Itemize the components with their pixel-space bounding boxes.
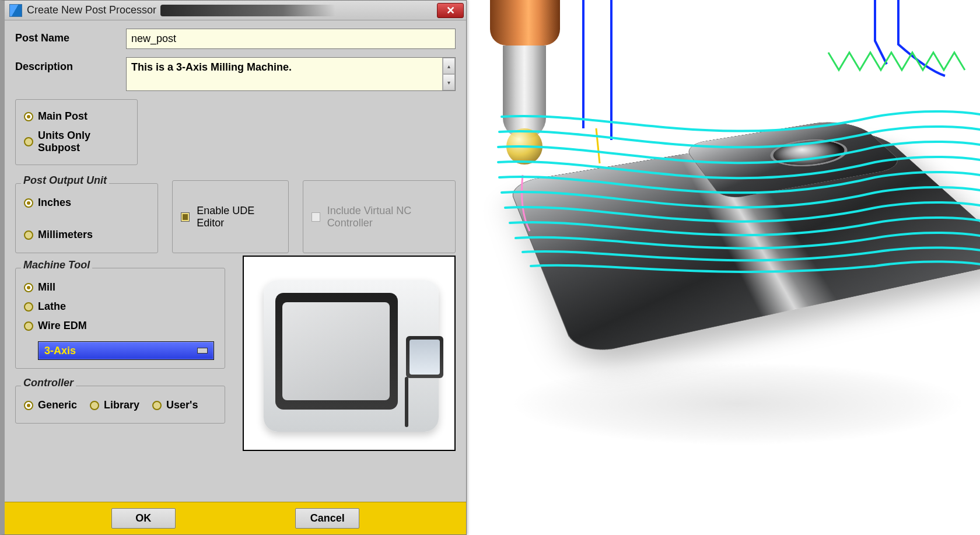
machine-tool-caption: Machine Tool xyxy=(21,259,92,271)
cancel-button[interactable]: Cancel xyxy=(295,508,359,529)
post-name-label: Post Name xyxy=(15,29,126,44)
window-title-text: Create New Post Processor xyxy=(27,4,156,16)
title-shadow xyxy=(160,5,335,16)
inches-radio[interactable]: Inches xyxy=(24,193,71,212)
controller-library-radio[interactable]: Library xyxy=(90,396,139,415)
description-label: Description xyxy=(15,57,126,73)
machine-tool-row: Machine Tool Mill Lathe Wire EDM xyxy=(15,253,456,451)
controller-generic-radio[interactable]: Generic xyxy=(24,396,77,415)
radio-icon xyxy=(24,230,33,240)
radio-icon xyxy=(152,401,162,410)
spinner-down-icon[interactable]: ▾ xyxy=(443,74,455,90)
millimeters-label: Millimeters xyxy=(38,229,93,241)
units-only-subpost-label: Units Only Subpost xyxy=(38,130,129,154)
lathe-label: Lathe xyxy=(38,300,66,313)
create-post-processor-dialog: Create New Post Processor ✕ Post Name De… xyxy=(0,0,467,535)
radio-icon xyxy=(90,401,99,410)
radio-icon xyxy=(24,137,33,146)
enable-ude-editor-label: Enable UDE Editor xyxy=(197,205,280,229)
checkbox-icon xyxy=(312,212,320,222)
post-name-input[interactable] xyxy=(126,29,456,49)
description-wrap: ▴ ▾ xyxy=(126,57,456,91)
description-textarea[interactable] xyxy=(127,58,442,90)
controller-users-radio[interactable]: User's xyxy=(152,396,198,415)
axis-select-value: 3-Axis xyxy=(44,345,76,357)
description-row: Description ▴ ▾ xyxy=(15,57,456,91)
controller-library-label: Library xyxy=(104,399,139,411)
finish-pass-icon xyxy=(828,53,965,70)
main-post-radio[interactable]: Main Post xyxy=(24,107,129,126)
window-close-button[interactable]: ✕ xyxy=(437,3,464,18)
post-name-row: Post Name xyxy=(15,29,456,49)
post-output-unit-caption: Post Output Unit xyxy=(21,174,109,187)
controller-group: Generic Library User's xyxy=(15,386,225,424)
inches-label: Inches xyxy=(38,197,71,209)
wire-edm-radio[interactable]: Wire EDM xyxy=(24,316,216,335)
plunge-move-icon xyxy=(596,128,600,163)
machine-control-panel-icon xyxy=(406,336,443,378)
main-post-label: Main Post xyxy=(38,110,88,123)
spinner-up-icon[interactable]: ▴ xyxy=(443,58,455,74)
description-spinner: ▴ ▾ xyxy=(442,58,455,90)
titlebar[interactable]: Create New Post Processor ✕ xyxy=(5,1,466,20)
ok-button[interactable]: OK xyxy=(111,508,176,529)
mid-options-row: Post Output Unit Inches Millimeters xyxy=(15,169,456,253)
millimeters-radio[interactable]: Millimeters xyxy=(24,225,93,244)
wire-edm-label: Wire EDM xyxy=(38,320,87,332)
enable-ude-editor-checkbox[interactable]: Enable UDE Editor xyxy=(172,180,289,253)
dialog-footer: OK Cancel xyxy=(5,502,466,534)
include-vnc-controller-checkbox: Include Virtual NC Controller xyxy=(303,180,456,253)
mill-label: Mill xyxy=(38,281,55,293)
include-vnc-controller-label: Include Virtual NC Controller xyxy=(327,205,447,229)
contour-passes-icon xyxy=(498,111,980,272)
dropdown-handle-icon xyxy=(197,348,208,354)
window-icon xyxy=(9,4,22,17)
controller-users-label: User's xyxy=(166,399,198,411)
controller-generic-label: Generic xyxy=(38,399,77,411)
close-icon: ✕ xyxy=(446,4,455,17)
cam-viewport[interactable] xyxy=(467,0,980,535)
machine-window-icon xyxy=(282,302,390,400)
controller-caption: Controller xyxy=(21,377,76,389)
machine-tool-group: Mill Lathe Wire EDM 3-Axis xyxy=(15,268,225,369)
lathe-radio[interactable]: Lathe xyxy=(24,297,216,316)
machine-arm-icon xyxy=(405,377,408,427)
radio-icon xyxy=(24,112,33,121)
radio-icon xyxy=(24,302,33,312)
post-type-group: Main Post Units Only Subpost xyxy=(15,99,138,165)
radio-icon xyxy=(24,283,33,292)
checkbox-icon xyxy=(181,212,190,222)
dialog-body: Post Name Description ▴ ▾ Main Pos xyxy=(5,20,466,502)
controller-section: Controller Generic Library xyxy=(15,371,225,424)
machine-preview-image xyxy=(243,256,456,451)
mill-radio[interactable]: Mill xyxy=(24,278,216,297)
units-only-subpost-radio[interactable]: Units Only Subpost xyxy=(24,126,129,158)
post-output-unit-group: Post Output Unit Inches Millimeters xyxy=(15,169,158,253)
window-title: Create New Post Processor xyxy=(27,4,437,16)
radio-icon xyxy=(24,198,33,208)
radio-icon xyxy=(24,321,33,331)
radio-icon xyxy=(24,401,33,410)
rapid-moves-icon xyxy=(583,0,945,140)
toolpath-overlay xyxy=(467,0,980,535)
axis-select-dropdown[interactable]: 3-Axis xyxy=(38,341,214,360)
